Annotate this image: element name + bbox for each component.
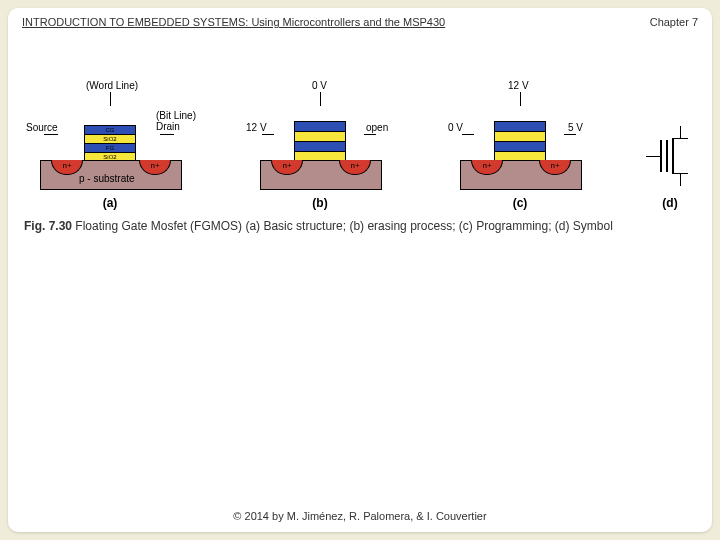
figure-7-30: (Word Line) Source (Bit Line) Drain CG S… bbox=[20, 78, 700, 234]
lead-drain bbox=[160, 134, 174, 135]
label-b-left: 12 V bbox=[246, 122, 267, 133]
chapter-label: Chapter 7 bbox=[650, 16, 698, 28]
book-title: INTRODUCTION TO EMBEDDED SYSTEMS: Using … bbox=[22, 16, 445, 28]
lead-left-c bbox=[462, 134, 474, 135]
label-c-left: 0 V bbox=[448, 122, 463, 133]
gate-stack-c bbox=[494, 121, 546, 162]
lead-right-c bbox=[564, 134, 576, 135]
figure-row: (Word Line) Source (Bit Line) Drain CG S… bbox=[20, 78, 700, 208]
panel-c: 12 V 0 V 5 V n+ n+ (c) bbox=[440, 78, 600, 208]
pin-gate-b bbox=[320, 92, 321, 106]
nplus-right-c: n+ bbox=[539, 160, 571, 175]
panel-d: (d) bbox=[640, 78, 700, 208]
label-source: Source bbox=[26, 122, 58, 133]
layer-cg: CG bbox=[84, 125, 136, 134]
label-word-line: (Word Line) bbox=[86, 80, 138, 91]
label-bitline-drain: (Bit Line) Drain bbox=[156, 110, 196, 132]
gate-stack-b bbox=[294, 121, 346, 162]
copyright-footer: © 2014 by M. Jiménez, R. Palomera, & I. … bbox=[8, 510, 712, 522]
substrate-c: n+ n+ bbox=[460, 160, 582, 190]
substrate-b: n+ n+ bbox=[260, 160, 382, 190]
layer-b3 bbox=[294, 141, 346, 151]
panel-b: 0 V 12 V open n+ n+ (b) bbox=[240, 78, 400, 208]
slide-header: INTRODUCTION TO EMBEDDED SYSTEMS: Using … bbox=[22, 16, 698, 28]
label-c-right: 5 V bbox=[568, 122, 583, 133]
label-b-right: open bbox=[366, 122, 388, 133]
caption-lead: Fig. 7.30 bbox=[24, 219, 72, 233]
nplus-right-a: n+ bbox=[139, 160, 171, 175]
nplus-left-c: n+ bbox=[471, 160, 503, 175]
layer-b2 bbox=[294, 131, 346, 141]
layer-fg: FG bbox=[84, 143, 136, 152]
gate-stack-a: CG SiO2 FG SiO2 bbox=[84, 125, 136, 162]
fgmos-symbol-icon bbox=[650, 126, 690, 186]
sublabel-c: (c) bbox=[440, 196, 600, 210]
layer-b1 bbox=[294, 121, 346, 131]
sublabel-b: (b) bbox=[240, 196, 400, 210]
label-c-top: 12 V bbox=[508, 80, 529, 91]
panel-a: (Word Line) Source (Bit Line) Drain CG S… bbox=[20, 78, 200, 208]
layer-c2 bbox=[494, 131, 546, 141]
lead-right-b bbox=[364, 134, 376, 135]
layer-c3 bbox=[494, 141, 546, 151]
lead-source bbox=[44, 134, 58, 135]
nplus-left-b: n+ bbox=[271, 160, 303, 175]
label-p-substrate: p - substrate bbox=[79, 173, 135, 184]
slide-card: INTRODUCTION TO EMBEDDED SYSTEMS: Using … bbox=[8, 8, 712, 532]
pin-gate bbox=[110, 92, 111, 106]
sublabel-d: (d) bbox=[640, 196, 700, 210]
caption-body: Floating Gate Mosfet (FGMOS) (a) Basic s… bbox=[72, 219, 613, 233]
sublabel-a: (a) bbox=[20, 196, 200, 210]
label-b-top: 0 V bbox=[312, 80, 327, 91]
lead-left-b bbox=[262, 134, 274, 135]
pin-gate-c bbox=[520, 92, 521, 106]
nplus-right-b: n+ bbox=[339, 160, 371, 175]
layer-sio2-1: SiO2 bbox=[84, 134, 136, 143]
figure-caption: Fig. 7.30 Floating Gate Mosfet (FGMOS) (… bbox=[24, 218, 696, 234]
layer-c1 bbox=[494, 121, 546, 131]
substrate-a: n+ n+ p - substrate bbox=[40, 160, 182, 190]
